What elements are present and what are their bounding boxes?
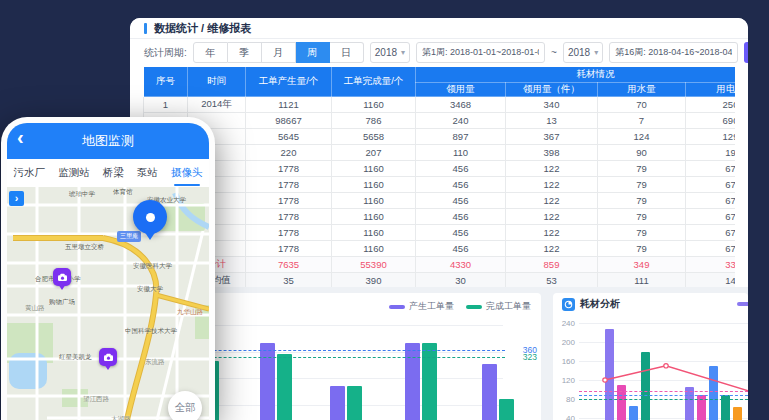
table-cell: 398 xyxy=(506,145,598,161)
table-cell: 122 xyxy=(506,161,598,177)
reference-line xyxy=(579,399,748,400)
map-label: 黄山路 xyxy=(25,304,45,313)
period-option-年[interactable]: 年 xyxy=(193,42,228,63)
table-cell: 1160 xyxy=(332,209,416,225)
table-cell: 1 xyxy=(144,97,188,113)
table-row[interactable]: 177811604561227967 xyxy=(144,225,736,241)
table-cell: 122 xyxy=(506,225,598,241)
sub-column-header: 用水量 xyxy=(598,83,686,97)
breadcrumb-accent-bar xyxy=(144,23,147,34)
bar-产生工单量[interactable] xyxy=(330,386,345,420)
table-cell: 2014年 xyxy=(188,97,246,113)
query-button[interactable]: 查询 xyxy=(744,42,748,63)
consumable-chart-header: 耗材分析 xyxy=(553,293,748,315)
map-label: 九华山路 xyxy=(177,308,203,317)
bar-series-green[interactable] xyxy=(641,352,650,420)
table-cell: 67 xyxy=(686,225,736,241)
back-icon[interactable]: ‹ xyxy=(17,126,24,149)
map-view[interactable]: › 全部 琥珀中学体育馆安徽农业大学三里庵五里墩立交桥安徽医科大学合肥市宁溪小学… xyxy=(7,187,209,420)
chevron-down-icon: ▾ xyxy=(594,48,598,57)
phone-page-title: 地图监测 xyxy=(82,132,134,150)
bar-series-orange[interactable] xyxy=(733,407,742,420)
legend-item[interactable]: 完成工单量 xyxy=(466,300,531,313)
period-option-月[interactable]: 月 xyxy=(262,42,296,63)
table-row[interactable]: 177811604561227967 xyxy=(144,209,736,225)
bar-完成工单量[interactable] xyxy=(277,354,292,420)
bar-完成工单量[interactable] xyxy=(422,343,437,420)
bar-series-blue[interactable] xyxy=(709,366,718,420)
total-cell: 33 xyxy=(686,257,736,273)
table-cell: 79 xyxy=(598,193,686,209)
table-cell: 456 xyxy=(416,225,506,241)
location-pin-icon[interactable] xyxy=(133,200,167,234)
table-cell: 98667 xyxy=(246,113,332,129)
bar-series-purple[interactable] xyxy=(605,329,614,420)
bar-产生工单量[interactable] xyxy=(260,343,275,420)
table-cell: 340 xyxy=(506,97,598,113)
period-option-日[interactable]: 日 xyxy=(330,42,364,63)
table-cell: 13 xyxy=(506,113,598,129)
table-row[interactable]: 177811604561227967 xyxy=(144,177,736,193)
table-cell: 1778 xyxy=(246,209,332,225)
bar-完成工单量[interactable] xyxy=(499,399,514,420)
bar-series-purple[interactable] xyxy=(685,387,694,420)
week-to-input[interactable] xyxy=(609,42,738,63)
pin-dot xyxy=(146,213,155,222)
average-cell: 111 xyxy=(598,273,686,288)
bar-完成工单量[interactable] xyxy=(347,386,362,420)
y-axis-tick: 240 xyxy=(555,319,575,328)
camera-marker-icon[interactable] xyxy=(99,348,117,366)
table-row[interactable]: 12014年11211160346834070250 xyxy=(144,97,736,113)
map-label: 东流路 xyxy=(145,358,165,367)
phone-tab-监测站[interactable]: 监测站 xyxy=(58,160,90,186)
table-row[interactable]: 177811604561227967 xyxy=(144,241,736,257)
table-row[interactable]: 56455658897367124129 xyxy=(144,129,736,145)
average-cell: 35 xyxy=(246,273,332,288)
bar-series-blue[interactable] xyxy=(629,406,638,420)
bar-产生工单量[interactable] xyxy=(482,364,497,420)
phone-tab-桥梁[interactable]: 桥梁 xyxy=(103,160,124,186)
table-cell: 456 xyxy=(416,241,506,257)
camera-marker-icon[interactable] xyxy=(53,268,71,286)
table-row[interactable]: 2202071103989019 xyxy=(144,145,736,161)
table-cell: 67 xyxy=(686,241,736,257)
y-axis-tick: 160 xyxy=(555,357,575,366)
all-filter-button[interactable]: 全部 xyxy=(168,391,202,420)
table-cell: 3468 xyxy=(416,97,506,113)
map-expand-icon[interactable]: › xyxy=(9,191,24,206)
table-row[interactable]: 98667786240137690 xyxy=(144,113,736,129)
table-cell: 1160 xyxy=(332,161,416,177)
y-axis-tick: 120 xyxy=(555,376,575,385)
table-cell: 456 xyxy=(416,177,506,193)
map-label: 琥珀中学 xyxy=(69,190,95,199)
bar-产生工单量[interactable] xyxy=(405,343,420,420)
table-cell: 129 xyxy=(686,129,736,145)
total-cell: 7635 xyxy=(246,257,332,273)
table-cell: 690 xyxy=(686,113,736,129)
average-cell: 14 xyxy=(686,273,736,288)
period-option-季[interactable]: 季 xyxy=(228,42,262,63)
consumable-chart-card: 耗材分析 2402001601208040 xyxy=(553,293,748,420)
table-cell: 5658 xyxy=(332,129,416,145)
table-row[interactable]: 177811604561227967 xyxy=(144,193,736,209)
dashboard-screen: 数据统计 / 维修报表 统计周期: 年季月周日 2018 ▾ ~ 2018 ▾ … xyxy=(0,0,769,420)
week-from-input[interactable] xyxy=(416,42,545,63)
phone-header: ‹ 地图监测 xyxy=(7,123,209,159)
year-to-value: 2018 xyxy=(568,47,590,58)
legend-item[interactable]: 产生工单量 xyxy=(389,300,454,313)
table-cell: 1160 xyxy=(332,225,416,241)
average-cell: 30 xyxy=(416,273,506,288)
year-from-select[interactable]: 2018 ▾ xyxy=(370,42,410,63)
phone-tab-污水厂[interactable]: 污水厂 xyxy=(14,160,46,186)
phone-tab-泵站[interactable]: 泵站 xyxy=(137,160,158,186)
legend-label: 产生工单量 xyxy=(409,300,454,313)
year-to-select[interactable]: 2018 ▾ xyxy=(563,42,603,63)
table-row[interactable]: 177811604561227967 xyxy=(144,161,736,177)
period-option-周[interactable]: 周 xyxy=(296,42,330,63)
table-cell: 220 xyxy=(246,145,332,161)
column-header: 序号 xyxy=(144,67,188,97)
map-label: 中国科学技术大学 xyxy=(125,327,177,336)
phone-tab-摄像头[interactable]: 摄像头 xyxy=(171,160,203,186)
legend-dash-icon xyxy=(466,305,482,309)
table-cell: 786 xyxy=(332,113,416,129)
